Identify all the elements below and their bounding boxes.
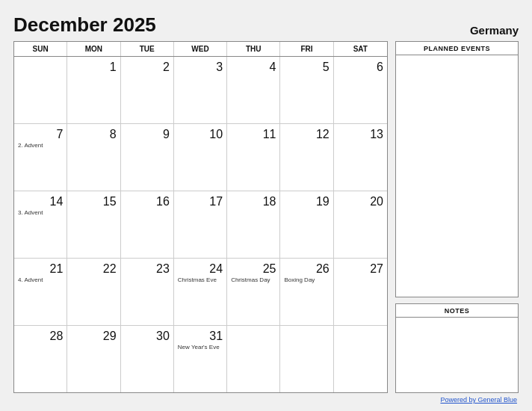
calendar-cell: 18 <box>227 191 280 258</box>
day-number: 13 <box>338 127 383 141</box>
planned-events-box: PLANNED EVENTS <box>395 41 519 297</box>
sidebar: PLANNED EVENTS NOTES <box>395 41 519 393</box>
calendar-cell: 13 <box>334 124 387 191</box>
day-number: 21 <box>18 262 63 276</box>
calendar-row: 28293031New Year's Eve <box>14 326 387 392</box>
event-label: 3. Advent <box>18 209 63 217</box>
country-label: Germany <box>470 24 519 37</box>
event-label: 2. Advent <box>18 142 63 149</box>
calendar-cell <box>334 326 387 392</box>
calendar-cell: 27 <box>334 259 387 325</box>
calendar-day-header: SAT <box>334 42 387 56</box>
footer: Powered by General Blue <box>13 396 519 404</box>
calendar-body: 12345672. Advent8910111213143. Advent151… <box>14 57 387 392</box>
header: December 2025 Germany <box>13 13 519 37</box>
planned-events-title: PLANNED EVENTS <box>396 42 518 55</box>
calendar-cell <box>280 326 333 392</box>
calendar-day-header: MON <box>67 42 120 56</box>
calendar-day-header: SUN <box>14 42 67 56</box>
day-number: 9 <box>125 127 170 141</box>
page: December 2025 Germany SUNMONTUEWEDTHUFRI… <box>0 0 532 411</box>
day-number: 25 <box>231 262 276 276</box>
day-number: 4 <box>231 60 276 74</box>
day-number: 17 <box>178 194 223 208</box>
event-label: Christmas Day <box>231 276 276 284</box>
day-number: 27 <box>338 262 383 276</box>
event-label: New Year's Eve <box>178 344 223 351</box>
calendar-cell: 214. Advent <box>14 259 67 325</box>
day-number: 5 <box>284 60 329 74</box>
calendar-row: 214. Advent222324Christmas Eve25Christma… <box>14 259 387 326</box>
calendar-cell: 29 <box>67 326 120 392</box>
main-area: SUNMONTUEWEDTHUFRISAT 12345672. Advent89… <box>13 41 519 393</box>
day-number: 3 <box>178 60 223 74</box>
calendar-cell: 5 <box>280 57 333 123</box>
event-label: 4. Advent <box>18 276 63 284</box>
calendar-cell: 19 <box>280 191 333 258</box>
calendar-row: 143. Advent151617181920 <box>14 191 387 259</box>
calendar-cell: 25Christmas Day <box>227 259 280 325</box>
day-number: 16 <box>125 194 170 208</box>
calendar-cell: 15 <box>67 191 120 258</box>
day-number: 15 <box>71 194 116 208</box>
calendar-cell: 30 <box>121 326 174 392</box>
day-number: 6 <box>338 60 383 74</box>
event-label: Christmas Eve <box>178 276 223 284</box>
calendar-cell: 72. Advent <box>14 124 67 191</box>
calendar-cell: 3 <box>174 57 227 123</box>
day-number: 8 <box>71 127 116 141</box>
calendar-cell: 24Christmas Eve <box>174 259 227 325</box>
calendar-cell <box>14 57 67 123</box>
calendar-cell: 8 <box>67 124 120 191</box>
day-number: 31 <box>178 329 223 343</box>
day-number: 26 <box>284 262 329 276</box>
day-number: 28 <box>18 329 63 343</box>
calendar-row: 123456 <box>14 57 387 124</box>
day-number: 20 <box>338 194 383 208</box>
calendar-header: SUNMONTUEWEDTHUFRISAT <box>14 42 387 57</box>
calendar-cell: 12 <box>280 124 333 191</box>
calendar-cell: 11 <box>227 124 280 191</box>
event-label: Boxing Day <box>284 276 329 284</box>
day-number: 14 <box>18 194 63 208</box>
day-number: 1 <box>71 60 116 74</box>
calendar-cell: 16 <box>121 191 174 258</box>
day-number: 12 <box>284 127 329 141</box>
calendar-day-header: TUE <box>121 42 174 56</box>
day-number: 2 <box>125 60 170 74</box>
calendar-cell: 1 <box>67 57 120 123</box>
calendar-cell: 4 <box>227 57 280 123</box>
calendar-cell: 23 <box>121 259 174 325</box>
day-number: 23 <box>125 262 170 276</box>
day-number: 19 <box>284 194 329 208</box>
notes-box: NOTES <box>395 303 519 393</box>
day-number: 24 <box>178 262 223 276</box>
day-number: 10 <box>178 127 223 141</box>
calendar-row: 72. Advent8910111213 <box>14 124 387 191</box>
calendar-cell: 10 <box>174 124 227 191</box>
day-number: 22 <box>71 262 116 276</box>
day-number: 11 <box>231 127 276 141</box>
calendar-cell: 20 <box>334 191 387 258</box>
calendar-cell: 6 <box>334 57 387 123</box>
calendar-cell <box>227 326 280 392</box>
calendar-cell: 22 <box>67 259 120 325</box>
calendar-cell: 17 <box>174 191 227 258</box>
calendar: SUNMONTUEWEDTHUFRISAT 12345672. Advent89… <box>13 41 388 393</box>
notes-content <box>396 318 518 392</box>
calendar-day-header: FRI <box>280 42 333 56</box>
calendar-cell: 31New Year's Eve <box>174 326 227 392</box>
day-number: 18 <box>231 194 276 208</box>
calendar-day-header: WED <box>174 42 227 56</box>
calendar-cell: 2 <box>121 57 174 123</box>
powered-by-link[interactable]: Powered by General Blue <box>440 396 517 404</box>
page-title: December 2025 <box>13 13 156 37</box>
day-number: 7 <box>18 127 63 141</box>
calendar-cell: 26Boxing Day <box>280 259 333 325</box>
calendar-cell: 143. Advent <box>14 191 67 258</box>
calendar-day-header: THU <box>227 42 280 56</box>
calendar-cell: 28 <box>14 326 67 392</box>
notes-title: NOTES <box>396 304 518 318</box>
day-number: 29 <box>71 329 116 343</box>
calendar-cell: 9 <box>121 124 174 191</box>
